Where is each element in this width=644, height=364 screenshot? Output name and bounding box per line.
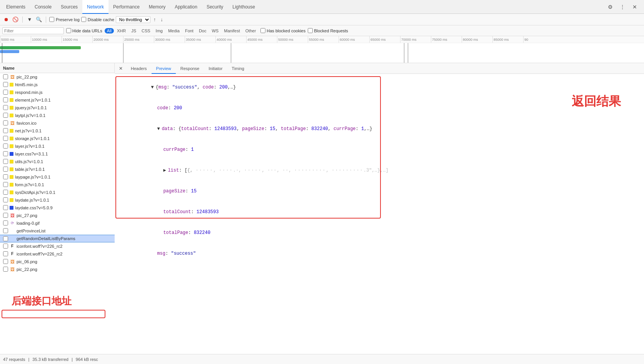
tab-sources[interactable]: Sources [56, 0, 82, 14]
name-list-item[interactable]: storage.js?v=1.0.1 [0, 135, 115, 142]
blocked-requests-checkbox[interactable] [308, 28, 313, 33]
name-item-checkbox[interactable] [3, 244, 8, 249]
name-list-item[interactable]: utils.js?v=1.0.1 [0, 158, 115, 165]
detail-tab-headers[interactable]: Headers [126, 63, 152, 74]
name-item-checkbox[interactable] [3, 174, 8, 179]
name-item-checkbox[interactable] [3, 236, 8, 241]
filter-chip-other[interactable]: Other [243, 28, 259, 33]
filter-chip-doc[interactable]: Doc [197, 28, 209, 33]
tab-application[interactable]: Application [170, 0, 202, 14]
name-list-item[interactable]: element.js?v=1.0.1 [0, 96, 115, 104]
filter-chip-manifest[interactable]: Manifest [222, 28, 242, 33]
name-list-item[interactable]: Ficonfont.woff?v=226_rc2 [0, 250, 115, 258]
tab-security[interactable]: Security [202, 0, 228, 14]
name-list-item[interactable]: laydate.css?v=5.0.9 [0, 204, 115, 212]
filter-chip-all[interactable]: All [105, 28, 114, 33]
settings-icon[interactable]: ⚙ [606, 2, 615, 12]
name-item-checkbox[interactable] [3, 105, 8, 110]
name-item-checkbox[interactable] [3, 159, 8, 164]
filter-chip-js[interactable]: JS [129, 28, 138, 33]
name-list-item[interactable]: sysDictApi.js?v=1.0.1 [0, 189, 115, 196]
filter-chip-ws[interactable]: WS [209, 28, 221, 33]
name-list-item[interactable]: getRandomDetailListByParams [0, 235, 115, 242]
hide-data-urls-checkbox[interactable] [66, 28, 71, 33]
preserve-log-checkbox[interactable] [49, 17, 54, 22]
name-list-item[interactable]: layer.js?v=1.0.1 [0, 142, 115, 150]
name-list-item[interactable]: html5.min.js [0, 81, 115, 88]
name-list-item[interactable]: net.js?v=1.0.1 [0, 127, 115, 135]
name-item-checkbox[interactable] [3, 90, 8, 95]
has-blocked-cookies-checkbox[interactable] [260, 28, 265, 33]
throttle-select[interactable]: No throttling [116, 16, 150, 23]
tab-network[interactable]: Network [82, 0, 108, 14]
search-icon[interactable]: 🔍 [35, 16, 43, 23]
filter-chip-font[interactable]: Font [183, 28, 196, 33]
triangle-root[interactable]: ▼ [151, 84, 155, 91]
detail-tab-response[interactable]: Response [176, 63, 204, 74]
disable-cache-checkbox[interactable] [81, 17, 86, 22]
tab-memory[interactable]: Memory [144, 0, 170, 14]
name-list-item[interactable]: form.js?v=1.0.1 [0, 181, 115, 189]
preserve-log-checkbox-label[interactable]: Preserve log [49, 17, 80, 22]
filter-input[interactable] [2, 27, 64, 34]
name-list-item[interactable]: getProvinceList [0, 227, 115, 235]
name-list-item[interactable]: Ficonfont.woff?v=226_rc2 [0, 242, 115, 250]
name-list-item[interactable]: ⟳loading-0.gif [0, 219, 115, 227]
name-item-checkbox[interactable] [3, 128, 8, 133]
tab-performance[interactable]: Performance [108, 0, 144, 14]
name-item-checkbox[interactable] [3, 151, 8, 156]
name-item-checkbox[interactable] [3, 136, 8, 141]
name-item-checkbox[interactable] [3, 120, 8, 125]
name-item-checkbox[interactable] [3, 205, 8, 210]
dock-icon[interactable]: ✕ [630, 2, 639, 12]
name-item-checkbox[interactable] [3, 113, 8, 118]
name-list-item[interactable]: respond.min.js [0, 88, 115, 96]
name-item-checkbox[interactable] [3, 167, 8, 172]
name-item-checkbox[interactable] [3, 259, 8, 264]
export-icon[interactable]: ↓ [159, 16, 165, 23]
tab-lighthouse[interactable]: Lighthouse [228, 0, 260, 14]
filter-chip-media[interactable]: Media [166, 28, 182, 33]
name-item-checkbox[interactable] [3, 190, 8, 195]
name-item-checkbox[interactable] [3, 213, 8, 218]
name-item-checkbox[interactable] [3, 251, 8, 256]
name-list-item[interactable]: 🖼favicon.ico [0, 119, 115, 127]
name-item-checkbox[interactable] [3, 182, 8, 187]
name-list-item[interactable]: laypage.js?v=1.0.1 [0, 173, 115, 181]
tab-elements[interactable]: Elements [2, 0, 30, 14]
disable-cache-checkbox-label[interactable]: Disable cache [81, 17, 114, 22]
detail-close-button[interactable]: ✕ [117, 65, 125, 72]
name-list-item[interactable]: 🖼pic_22.png [0, 265, 115, 273]
name-item-checkbox[interactable] [3, 228, 8, 233]
clear-button[interactable]: 🚫 [12, 16, 19, 23]
name-list-item[interactable]: layer.css?v=3.1.1 [0, 150, 115, 158]
name-item-checkbox[interactable] [3, 267, 8, 272]
name-item-checkbox[interactable] [3, 144, 8, 149]
name-item-checkbox[interactable] [3, 97, 8, 102]
more-options-icon[interactable]: ⋮ [618, 2, 627, 12]
name-item-checkbox[interactable] [3, 197, 8, 202]
filter-chip-xhr[interactable]: XHR [115, 28, 128, 33]
name-list-item[interactable]: 🖼pic_27.png [0, 212, 115, 219]
filter-icon[interactable]: ▼ [26, 16, 33, 23]
name-list-item[interactable]: 🖼pic_06.png [0, 258, 115, 265]
import-icon[interactable]: ↑ [152, 16, 158, 23]
filter-chip-img[interactable]: Img [153, 28, 165, 33]
name-list-item[interactable]: laytpl.js?v=1.0.1 [0, 112, 115, 119]
blocked-requests-label[interactable]: Blocked Requests [308, 28, 348, 33]
triangle-list[interactable]: ▶ [163, 167, 168, 174]
name-list-item[interactable]: 🖼pic_22.png [0, 73, 115, 81]
name-list-item[interactable]: table.js?v=1.0.1 [0, 165, 115, 173]
name-list-item[interactable]: laydate.js?v=1.0.1 [0, 196, 115, 204]
name-item-checkbox[interactable] [3, 220, 8, 225]
record-button[interactable]: ⏺ [2, 16, 10, 23]
name-item-checkbox[interactable] [3, 74, 8, 79]
triangle-data[interactable]: ▼ [157, 125, 162, 132]
detail-tab-timing[interactable]: Timing [227, 63, 249, 74]
name-item-checkbox[interactable] [3, 82, 8, 87]
detail-tab-initiator[interactable]: Initiator [204, 63, 227, 74]
detail-tab-preview[interactable]: Preview [152, 63, 176, 74]
hide-data-urls-checkbox-label[interactable]: Hide data URLs [66, 28, 102, 33]
has-blocked-cookies-label[interactable]: Has blocked cookies [260, 28, 305, 33]
name-list-item[interactable]: jquery.js?v=1.0.1 [0, 104, 115, 112]
